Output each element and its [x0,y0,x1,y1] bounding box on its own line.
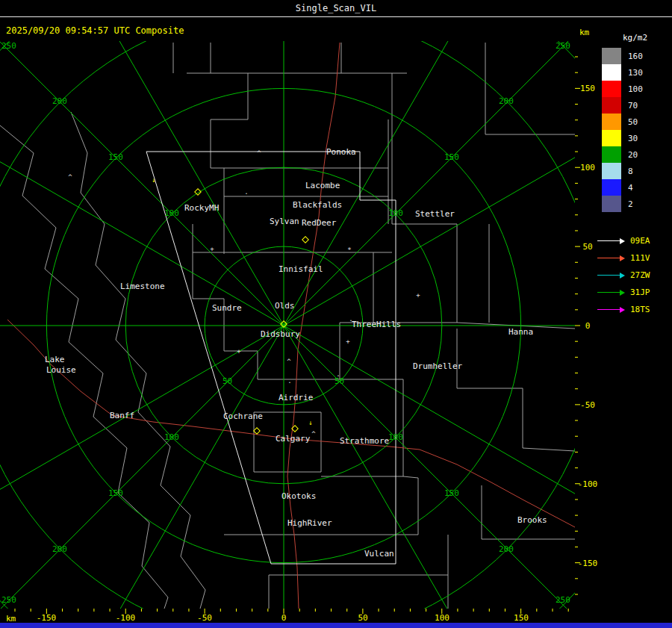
legend-level-row: 130 [602,64,647,81]
arrow-head [620,255,625,261]
radar-id-label: 111V [630,253,650,263]
legend-level-value: 70 [628,101,638,111]
legend-level-row: 70 [602,97,647,114]
legend-color-swatch [602,130,621,146]
range-rings [0,0,672,628]
legend-level-value: 160 [628,52,643,61]
legend-level-value: 100 [628,84,643,94]
radar-id-label: 09EA [630,236,650,246]
radar-id-label: 18TS [630,305,650,314]
arrow-head [620,273,625,279]
legend-level-value: 2 [628,199,633,209]
legend-unit-label: kg/m2 [623,33,647,43]
radar-legend-row: 111V [597,255,650,261]
coverage-outline [146,152,396,564]
radar-id-label: 31JP [630,287,650,297]
arrow-shaft [597,292,620,293]
legend-level-value: 4 [628,183,633,193]
radar-arrow-icon [597,307,626,313]
legend-level-row: 8 [602,163,647,179]
radar-arrow-icon [597,273,626,279]
legend-color-swatch [602,81,621,97]
radar-site-legend: 09EA 111V 27ZW [597,237,650,313]
radar-app-window: Single_Scan_VIL 2025/09/20 09:54:57 UTC … [0,0,672,628]
legend-color-swatch [602,179,621,196]
legend-color-swatch [602,97,621,114]
map-canvas[interactable] [0,0,672,628]
arrow-shaft [597,258,620,258]
arrow-head [620,238,625,244]
legend-level-row: 50 [602,114,647,130]
radar-legend-row: 18TS [597,306,650,313]
radar-id-label: 27ZW [630,270,650,280]
axis-ticks [15,57,580,614]
radar-legend-row: 31JP [597,289,650,296]
legend-color-swatch [602,64,621,81]
horizontal-scrollbar[interactable] [0,623,672,628]
arrow-shaft [597,240,620,241]
legend-level-row: 30 [602,130,647,146]
legend-level-value: 50 [628,117,638,127]
arrow-shaft [597,309,620,310]
legend-level-row: 160 [602,48,647,64]
arrow-shaft [597,275,620,276]
legend-color-swatch [602,163,621,179]
legend-color-swatch [602,196,621,212]
vil-color-legend: kg/m2 160 130 100 [602,33,647,212]
legend-level-row: 4 [602,179,647,196]
legend-level-value: 130 [628,68,643,78]
radar-legend-row: 09EA [597,237,650,244]
legend-color-swatch [602,114,621,130]
arrow-head [620,290,625,296]
legend-levels: 160 130 100 70 5 [602,48,647,212]
legend-level-row: 20 [602,146,647,163]
legend-level-value: 30 [628,134,638,143]
radar-arrow-icon [597,290,626,296]
arrow-head [620,307,625,313]
radar-arrow-icon [597,238,626,244]
legend-level-row: 100 [602,81,647,97]
legend-level-value: 8 [628,167,633,176]
radar-legend-row: 27ZW [597,272,650,279]
radar-arrow-icon [597,255,626,261]
legend-level-value: 20 [628,150,638,160]
legend-color-swatch [602,48,621,64]
legend-level-row: 2 [602,196,647,212]
legend-color-swatch [602,146,621,163]
